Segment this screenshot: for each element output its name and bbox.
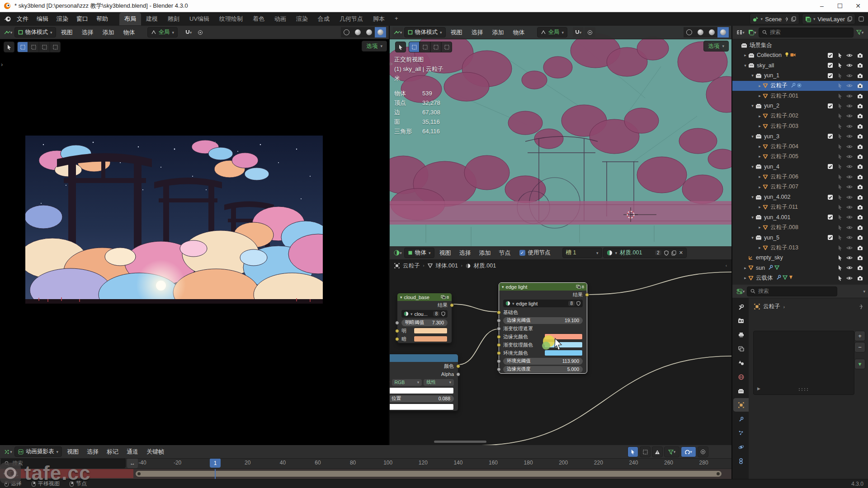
camera-toggle[interactable] xyxy=(855,50,864,60)
shader-editor[interactable]: ▾ 物体▾ 视图选择添加节点 ✓ 使用节点 槽 1▾ ▾ 材质.001 2 xyxy=(390,246,731,445)
node-output-结果[interactable]: 结果 xyxy=(397,301,452,309)
selectable-toggle[interactable] xyxy=(835,202,844,212)
node-edge_light[interactable]: ▾edge light8结果▾edge light8基础色边缘光阈值19.100… xyxy=(499,282,587,374)
summary-channel-row[interactable]: ▾ 汇总 xyxy=(0,469,133,478)
outliner-item-label[interactable]: sun xyxy=(756,265,765,271)
breadcrumb-mesh[interactable]: 球体.001 xyxy=(436,262,458,270)
selectable-toggle[interactable] xyxy=(835,91,844,101)
socket-input[interactable] xyxy=(497,359,501,363)
viewport-wireframe[interactable]: ▾物体模式▾视图选择添加物体全局▾▾ 选项▾ ‹› 正交前视图 (1) sky_… xyxy=(390,26,731,246)
properties-tab-object[interactable] xyxy=(733,398,749,412)
expand-icon[interactable]: ▸ xyxy=(757,205,763,209)
node-material-selector[interactable]: ▾edge light8 xyxy=(503,300,583,307)
camera-toggle[interactable] xyxy=(855,273,864,283)
transform-orientation-dropdown[interactable]: 全局▾ xyxy=(147,27,178,38)
keyframe-dot[interactable] xyxy=(137,472,141,475)
workspace-tab-纹理绘制[interactable]: 纹理绘制 xyxy=(214,13,248,25)
expand-icon[interactable]: ▸ xyxy=(757,225,763,230)
box-select-button[interactable] xyxy=(17,42,28,52)
outliner-row-yun_3[interactable]: ▾yun_3 xyxy=(732,131,868,141)
select-cursor-button[interactable] xyxy=(627,446,638,457)
timeline-ruler[interactable]: 搜索 ↔ -40-2020406080100120140160180200220… xyxy=(0,457,731,469)
socket-input[interactable] xyxy=(497,310,501,314)
node-input-渐变纹理遮罩[interactable]: 渐变纹理遮罩 xyxy=(499,324,587,333)
workspace-tab-布局[interactable]: 布局 xyxy=(119,13,141,25)
outliner-row-云粒子.013[interactable]: ▸云粒子.013 xyxy=(732,243,868,253)
camera-toggle[interactable] xyxy=(855,233,864,243)
properties-list-box[interactable]: ▶ xyxy=(753,331,854,395)
snap-button[interactable]: ▾ xyxy=(573,27,584,38)
viewport-rendered[interactable]: ▾物体模式▾视图选择添加物体全局▾▾ 选项▾ › xyxy=(0,26,389,445)
selectable-toggle[interactable] xyxy=(835,273,844,283)
app-menu-文件[interactable]: 文件 xyxy=(13,14,33,24)
node-cloud_base[interactable]: ▾cloud_base8结果▾clou...8明暗阈值7.300明暗 xyxy=(397,293,452,343)
properties-tab-viewlayer[interactable] xyxy=(733,342,749,356)
workspace-tab-动画[interactable]: 动画 xyxy=(269,13,291,25)
node-header-cloud_base[interactable]: ▾cloud_base8 xyxy=(397,293,452,301)
outliner-item-label[interactable]: empty_sky xyxy=(756,254,783,261)
circle-select-button[interactable] xyxy=(28,42,39,52)
viewport-menu-选择[interactable]: 选择 xyxy=(78,27,98,38)
eye-toggle[interactable] xyxy=(845,61,854,70)
socket-input[interactable] xyxy=(395,337,399,341)
outliner-row-云粒子.005[interactable]: ▸云粒子.005 xyxy=(732,151,868,161)
shading-solid-button[interactable] xyxy=(695,27,706,38)
selectable-toggle[interactable] xyxy=(835,172,844,182)
socket-input[interactable] xyxy=(395,329,399,333)
visibility-checkbox[interactable] xyxy=(826,233,835,243)
workspace-tab-渲染[interactable]: 渲染 xyxy=(291,13,313,25)
app-menu-帮助[interactable]: 帮助 xyxy=(92,14,112,24)
shading-wireframe-button[interactable] xyxy=(341,27,352,38)
camera-toggle[interactable] xyxy=(855,131,864,141)
eye-toggle[interactable] xyxy=(845,233,854,243)
copy-icon[interactable] xyxy=(671,250,676,256)
viewport-right-options-button[interactable]: 选项▾ xyxy=(703,41,729,52)
outliner-item-label[interactable]: 云粒子.006 xyxy=(770,173,798,181)
timeline-menu-通道[interactable]: 通道 xyxy=(123,446,142,457)
camera-toggle[interactable] xyxy=(855,151,864,161)
node-header-ramp[interactable] xyxy=(390,354,458,362)
eye-toggle[interactable] xyxy=(845,243,854,253)
outliner-item-label[interactable]: 云载体 xyxy=(756,274,773,282)
new-viewlayer-icon[interactable] xyxy=(847,16,852,22)
outliner-row-empty_sky[interactable]: empty_sky xyxy=(732,253,868,263)
outliner-row-sun[interactable]: ▸sun xyxy=(732,263,868,273)
outliner-item-label[interactable]: 云粒子.011 xyxy=(770,203,798,211)
camera-toggle[interactable] xyxy=(855,263,864,273)
eye-toggle[interactable] xyxy=(845,50,854,60)
camera-toggle[interactable] xyxy=(855,141,864,151)
shading-rendered-button[interactable] xyxy=(375,27,386,38)
workspace-tab-脚本[interactable]: 脚本 xyxy=(368,13,390,25)
visibility-checkbox[interactable] xyxy=(826,212,835,222)
properties-breadcrumb[interactable]: 云粒子 xyxy=(763,303,780,310)
shader-menu-节点[interactable]: 节点 xyxy=(495,248,515,258)
eye-toggle[interactable] xyxy=(845,222,854,232)
expand-icon[interactable]: ▸ xyxy=(757,124,763,128)
node-ramp[interactable]: 颜色Alpha▾RGB▾线性▾位置0.088 xyxy=(390,354,458,411)
selectable-toggle[interactable] xyxy=(835,263,844,273)
material-selector[interactable]: ▾ 材质.001 2 ✕ xyxy=(603,248,687,258)
socket-input[interactable] xyxy=(497,343,501,347)
expand-icon[interactable]: ▸ xyxy=(757,185,763,189)
socket-input[interactable] xyxy=(497,327,501,331)
selectable-toggle[interactable] xyxy=(835,151,844,161)
properties-editor-button[interactable]: ▾ xyxy=(735,286,746,296)
blender-icon[interactable] xyxy=(4,16,12,22)
list-specials-button[interactable]: ▾ xyxy=(854,359,865,369)
properties-tab-output[interactable] xyxy=(733,328,749,342)
selectable-toggle[interactable] xyxy=(835,253,844,263)
scene-selector[interactable]: ▾ Scene xyxy=(750,14,799,24)
app-menu-窗口[interactable]: 窗口 xyxy=(72,14,92,24)
workspace-tab-合成[interactable]: 合成 xyxy=(313,13,335,25)
timeline-mode-dropdown[interactable]: 动画摄影表▾ xyxy=(14,446,62,457)
expand-icon[interactable]: ▸ xyxy=(757,114,763,118)
eye-toggle[interactable] xyxy=(845,151,854,161)
expand-icon[interactable]: ▾ xyxy=(742,63,748,68)
eye-toggle[interactable] xyxy=(845,253,854,263)
select-paint-button[interactable] xyxy=(50,42,61,52)
lasso-select-button[interactable] xyxy=(39,42,50,52)
outliner-item-label[interactable]: 云粒子.004 xyxy=(770,143,798,150)
breadcrumb-object[interactable]: 云粒子 xyxy=(403,262,420,270)
keyframe-dot[interactable] xyxy=(717,472,720,475)
selectable-toggle[interactable] xyxy=(835,81,844,91)
